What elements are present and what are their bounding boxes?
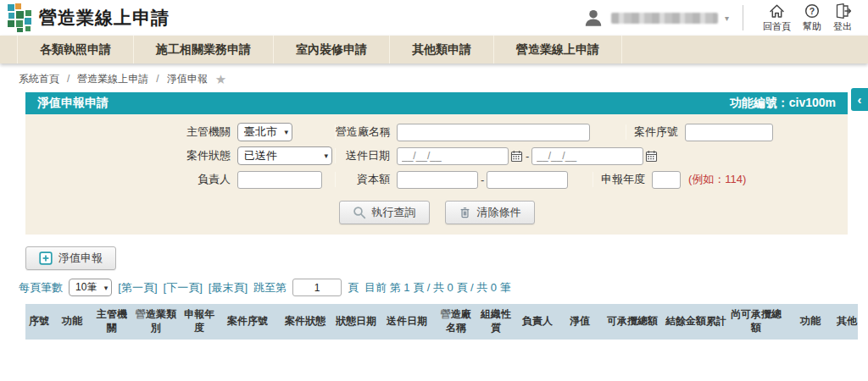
side-panel-toggle[interactable]: ‹ [851, 88, 868, 111]
col-contract-total: 可承攬總額 [600, 304, 665, 340]
clear-button[interactable]: 清除條件 [445, 201, 535, 224]
per-page-select[interactable]: 10筆 ▾ [69, 279, 112, 296]
authority-label: 主管機關 [25, 124, 237, 140]
authority-select-value: 臺北市 [244, 124, 277, 140]
col-other: 其他 [836, 304, 858, 340]
factory-name-input[interactable] [397, 124, 590, 141]
user-menu[interactable]: ▾ [582, 7, 729, 29]
trash-icon [459, 206, 471, 219]
case-no-label: 案件序號 [626, 124, 685, 140]
logout-button[interactable]: 登出 [833, 3, 852, 33]
user-avatar-icon [582, 7, 604, 29]
chevron-down-icon: ▾ [104, 283, 108, 291]
nav-item-licenses[interactable]: 各類執照申請 [17, 36, 134, 64]
form-row-2: 案件狀態 已送件 ▾ 送件日期 [25, 144, 848, 168]
case-status-select-value: 已送件 [244, 148, 277, 163]
col-remaining-total: 尚可承攬總額 [727, 304, 785, 340]
top-header: 營造業線上申請 ▾ 回首頁 ? 幫助 [0, 0, 868, 36]
form-buttons-row: 執行查詢 清除條件 [25, 201, 848, 224]
report-year-label: 申報年度 [593, 172, 652, 187]
nav-item-interior-renovation[interactable]: 室內裝修申請 [274, 36, 390, 64]
pagination-bar: 每頁筆數 10筆 ▾ [第一頁] [下一頁] [最末頁] 跳至第 頁 目前 第 … [19, 279, 848, 296]
main-content: 淨值申報申請 功能編號：civ100m 主管機關 臺北市 ▾ 營造廠名稱 案件序… [25, 92, 848, 340]
report-year-input[interactable] [652, 171, 681, 189]
add-report-label: 淨值申報 [58, 251, 103, 266]
home-icon [768, 3, 786, 19]
search-button[interactable]: 執行查詢 [339, 201, 430, 224]
clear-button-label: 清除條件 [477, 205, 521, 220]
breadcrumb-separator: / [156, 73, 159, 85]
add-report-button[interactable]: 淨值申報 [25, 246, 116, 270]
col-case-status: 案件狀態 [276, 304, 334, 340]
search-button-label: 執行查詢 [372, 205, 416, 220]
col-case-no: 案件序號 [219, 304, 276, 340]
col-org-type: 組織性質 [476, 304, 515, 340]
case-status-select[interactable]: 已送件 ▾ [237, 146, 332, 165]
col-business-type: 營造業類別 [132, 304, 180, 340]
case-status-label: 案件狀態 [25, 148, 237, 163]
col-owner: 負責人 [515, 304, 559, 340]
chevron-down-icon: ▾ [725, 14, 729, 23]
submit-date-to-input[interactable] [531, 147, 643, 165]
chevron-down-icon: ▾ [324, 152, 328, 160]
report-year-hint: (例如：114) [688, 172, 746, 187]
owner-label: 負責人 [25, 172, 237, 187]
calendar-icon[interactable] [645, 150, 658, 163]
jump-to-label: 跳至第 [253, 280, 287, 295]
breadcrumb-current: 淨值申報 [167, 72, 208, 86]
function-code: 功能編號：civ100m [730, 96, 836, 111]
first-page-link[interactable]: [第一頁] [118, 280, 157, 295]
favorite-star-icon[interactable]: ★ [215, 73, 226, 86]
svg-text:?: ? [810, 6, 815, 16]
search-form-panel: 主管機關 臺北市 ▾ 營造廠名稱 案件序號 案件狀態 [25, 114, 848, 235]
submit-date-from-input[interactable] [397, 147, 509, 165]
col-function: 功能 [53, 304, 92, 340]
help-button[interactable]: ? 幫助 [803, 3, 821, 33]
col-factory-name: 營造廠名稱 [436, 304, 476, 340]
col-actions: 功能 [785, 304, 836, 340]
last-page-link[interactable]: [最末頁] [209, 280, 248, 295]
chevron-down-icon: ▾ [284, 128, 288, 136]
calendar-icon[interactable] [510, 150, 523, 163]
page: 營造業線上申請 ▾ 回首頁 ? 幫助 [0, 0, 868, 381]
logout-icon [834, 3, 852, 19]
capital-max-input[interactable] [487, 171, 568, 189]
submit-date-label: 送件日期 [335, 148, 397, 163]
col-submit-date: 送件日期 [378, 304, 436, 340]
home-button[interactable]: 回首頁 [763, 3, 791, 33]
capital-min-input[interactable] [397, 171, 478, 189]
breadcrumb-section[interactable]: 營造業線上申請 [77, 72, 148, 86]
per-page-select-value: 10筆 [75, 280, 97, 295]
col-seq: 序號 [25, 304, 53, 340]
breadcrumb-home[interactable]: 系統首頁 [19, 72, 59, 86]
collapse-chevron-icon: ‹ [858, 92, 862, 107]
date-range-separator: - [526, 150, 529, 163]
main-nav: 各類執照申請 施工相關業務申請 室內裝修申請 其他類申請 營造業線上申請 [0, 36, 868, 64]
case-no-input[interactable] [685, 124, 773, 141]
breadcrumb-separator: / [67, 73, 70, 85]
section-titlebar: 淨值申報申請 功能編號：civ100m [25, 92, 848, 114]
next-page-link[interactable]: [下一頁] [164, 280, 203, 295]
col-report-year: 申報年度 [180, 304, 219, 340]
col-net-worth: 淨值 [559, 304, 600, 340]
home-label: 回首頁 [763, 20, 791, 33]
nav-item-other[interactable]: 其他類申請 [390, 36, 494, 64]
per-page-label: 每頁筆數 [19, 280, 63, 295]
app-logo-icon [7, 3, 36, 32]
nav-item-contractor-online[interactable]: 營造業線上申請 [494, 36, 622, 64]
page-title: 淨值申報申請 [37, 96, 108, 111]
jump-page-input[interactable] [292, 279, 342, 296]
jump-page-suffix: 頁 [348, 280, 359, 295]
col-authority: 主管機關 [92, 304, 132, 340]
breadcrumb: 系統首頁 / 營造業線上申請 / 淨值申報 ★ [0, 67, 868, 91]
results-table: 序號 功能 主管機關 營造業類別 申報年度 案件序號 案件狀態 狀態日期 送件日… [25, 304, 858, 340]
nav-item-construction-business[interactable]: 施工相關業務申請 [134, 36, 274, 64]
authority-select[interactable]: 臺北市 ▾ [237, 123, 292, 141]
header-divider [743, 5, 743, 30]
app-logo-link[interactable]: 營造業線上申請 [7, 3, 170, 32]
factory-name-label: 營造廠名稱 [335, 124, 397, 140]
capital-range-separator: - [481, 174, 484, 186]
col-status-date: 狀態日期 [334, 304, 378, 340]
owner-input[interactable] [237, 171, 322, 189]
search-icon [353, 206, 366, 219]
